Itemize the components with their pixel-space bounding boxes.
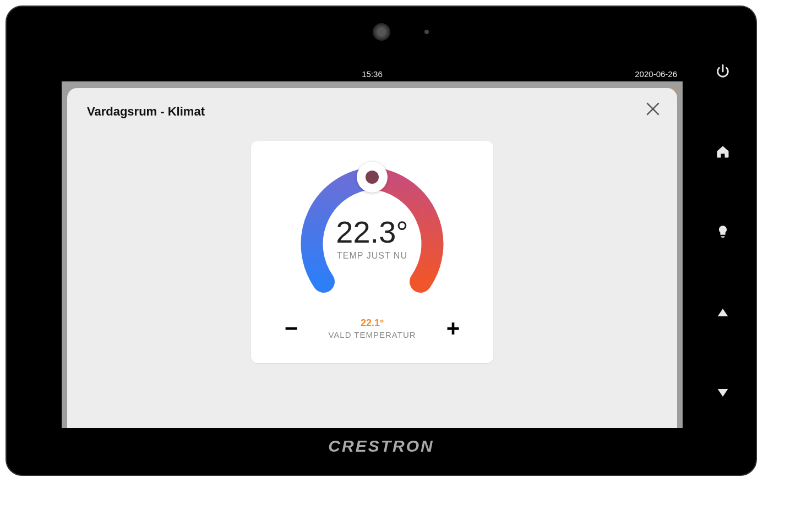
up-button[interactable] [713, 303, 733, 322]
current-temperature-label: TEMP JUST NU [290, 251, 455, 261]
gauge-knob[interactable] [357, 162, 388, 193]
knob-dot-icon [366, 171, 379, 184]
climate-modal: Vardagsrum - Klimat [67, 88, 677, 428]
hardware-button-panel [713, 62, 733, 403]
status-bar: 15:36 2020-06-26 [62, 66, 683, 81]
light-button[interactable] [713, 222, 733, 242]
decrease-temperature-button[interactable]: − [279, 316, 304, 341]
triangle-up-icon [715, 305, 731, 320]
home-button[interactable] [713, 142, 733, 162]
setpoint-controls: − 22.1° VALD TEMPERATUR + [273, 316, 471, 341]
setpoint-temperature-label: VALD TEMPERATUR [328, 330, 416, 339]
camera-icon [373, 23, 390, 41]
device-frame: 15:36 2020-06-26 Vardagsrum - Klimat [6, 6, 757, 476]
close-icon [644, 100, 662, 118]
status-date: 2020-06-26 [635, 69, 677, 79]
setpoint-readout: 22.1° VALD TEMPERATUR [328, 317, 416, 339]
current-temperature-value: 22.3° [290, 214, 455, 250]
triangle-down-icon [715, 385, 731, 401]
screen-area: 15:36 2020-06-26 Vardagsrum - Klimat [62, 66, 683, 428]
modal-title: Vardagsrum - Klimat [87, 105, 657, 119]
setpoint-temperature-value: 22.1° [328, 317, 416, 329]
close-button[interactable] [644, 100, 662, 118]
brand-logo: CRESTRON [328, 437, 434, 456]
gauge-center-readout: 22.3° TEMP JUST NU [290, 214, 455, 261]
sensor-dot-icon [424, 30, 429, 34]
status-time: 15:36 [62, 69, 683, 79]
home-icon [715, 144, 731, 160]
power-icon [715, 64, 731, 79]
thermostat-card: 22.3° TEMP JUST NU − 22.1° VALD TEMPERAT… [251, 141, 493, 363]
temperature-gauge[interactable]: 22.3° TEMP JUST NU [290, 156, 455, 299]
power-button[interactable] [713, 62, 733, 81]
increase-temperature-button[interactable]: + [440, 316, 466, 341]
down-button[interactable] [713, 383, 733, 403]
lightbulb-icon [715, 224, 731, 240]
